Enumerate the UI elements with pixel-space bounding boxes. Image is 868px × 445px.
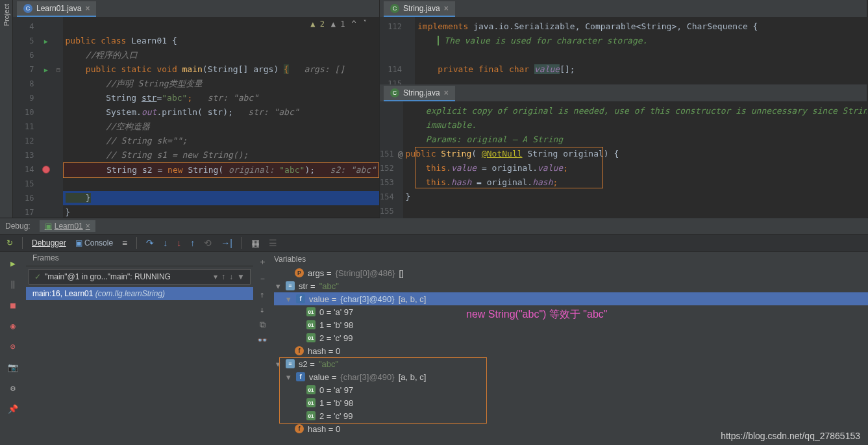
variables-toolbar: ＋ － ↑↓ ⧉ 👓 [253,252,271,445]
array-element[interactable]: 012 = 'c' 99 [274,331,868,344]
run-icon[interactable]: ▶ [44,38,48,45]
tab-learn01[interactable]: C Learn01.java × [17,1,96,17]
close-icon[interactable]: × [85,4,90,13]
debug-tab-learn01[interactable]: ▣Learn01× [40,220,95,232]
drop-frame-button[interactable]: ⟲ [204,238,212,248]
settings-icon[interactable]: ⚙ [6,381,20,395]
pause-button[interactable]: ‖ [6,277,20,291]
var-str[interactable]: ▾≡ str = "abc" [274,279,868,292]
var-str-value[interactable]: ▾f value = {char[3]@490} [a, b, c] [274,292,868,305]
frames-header: Frames [26,252,253,266]
fold-column: ⊟ [54,17,62,218]
stack-frame[interactable]: main:16, Learn01 (com.llg.learnString) [26,287,253,300]
line-gutter: 151152153154155 [380,101,398,218]
editor-tabstrip-r1: C String.java × [380,0,867,17]
step-into-button[interactable]: ↓ [163,238,167,248]
java-lib-icon: C [390,4,399,13]
tab-label: String.java [403,4,440,13]
var-hash[interactable]: fhash = 0 [274,344,868,357]
step-out-button[interactable]: ↑ [190,238,195,248]
editor-tabstrip-r2: C String.java × [380,84,867,101]
remove-watch-button[interactable]: － [258,273,267,285]
project-toolwindow-tab[interactable]: Project [0,0,13,218]
thread-selector[interactable]: ✓ "main"@1 in gro..."main": RUNNING ▾ ↑↓… [29,269,251,285]
threads-button[interactable]: ≡ [122,238,127,248]
step-over-button[interactable]: ↷ [146,238,154,248]
var-args[interactable]: P args = {String[0]@486} [] [274,266,868,279]
camera-icon[interactable]: 📷 [6,360,20,374]
gutter-icons: ▶ ▶ [38,17,54,218]
line-gutter: 112114115 [380,17,406,84]
copy-button[interactable]: ⧉ [260,320,266,330]
add-watch-button[interactable]: ＋ [258,256,267,268]
tab-label: String.java [403,88,440,97]
force-step-into-button[interactable]: ↓ [177,238,181,248]
pin-icon[interactable]: 📌 [6,401,20,416]
stop-button[interactable]: ■ [6,298,20,312]
close-icon[interactable]: × [444,88,449,97]
variables-tree[interactable]: Variables P args = {String[0]@486} [] ▾≡… [271,252,868,445]
tab-label: Learn01.java [36,4,81,13]
debug-sidebar: ▶ ‖ ■ ◉ ⊘ 📷 ⚙ 📌 [0,252,26,445]
filter-icon[interactable]: ▼ [237,272,245,281]
watermark: https://blog.csdn.net/qq_27865153 [721,431,860,441]
view-breakpoints-button[interactable]: ◉ [6,318,20,333]
java-class-icon: C [23,4,32,13]
mute-breakpoints-button[interactable]: ⊘ [6,339,20,353]
debug-label: Debug: [5,222,31,231]
breakpoint-icon[interactable] [42,166,50,173]
highlight-box [415,147,603,188]
highlight-box [279,357,487,424]
code-right-bot[interactable]: explicit copy of original is needed, use… [403,101,867,218]
rerun-button[interactable]: ↻ [6,238,13,248]
code-left[interactable]: ▲ 2 ▲ 1 ^ˇ public class Learn01 { //程序的入… [63,17,379,218]
code-right-top[interactable]: implements java.io.Serializable, Compara… [415,17,867,84]
tab-string-top[interactable]: C String.java × [384,1,455,17]
variables-header: Variables [274,255,868,266]
trace-button[interactable]: ☰ [269,238,277,248]
debugger-tab[interactable]: Debugger [32,238,66,248]
line-gutter: 4567891011121314151617 [13,17,38,218]
console-tab[interactable]: ▣ Console [75,238,113,248]
tab-string-bot[interactable]: C String.java × [384,86,455,101]
glasses-icon[interactable]: 👓 [257,335,267,345]
run-icon[interactable]: ▶ [44,66,48,73]
run-to-cursor-button[interactable]: →| [221,238,232,248]
close-icon[interactable]: × [444,4,449,13]
debug-panel: Debug: ▣Learn01× ↻ Debugger ▣ Console ≡ … [0,218,868,445]
evaluate-button[interactable]: ▦ [251,238,260,248]
editor-tabstrip-left: C Learn01.java × [13,0,379,17]
inspection-badges[interactable]: ▲ 2 ▲ 1 ^ˇ [310,19,367,29]
java-lib-icon: C [390,88,399,97]
resume-button[interactable]: ▶ [6,256,20,270]
annotation-text: new String("abc") 等效于 "abc" [466,308,607,322]
